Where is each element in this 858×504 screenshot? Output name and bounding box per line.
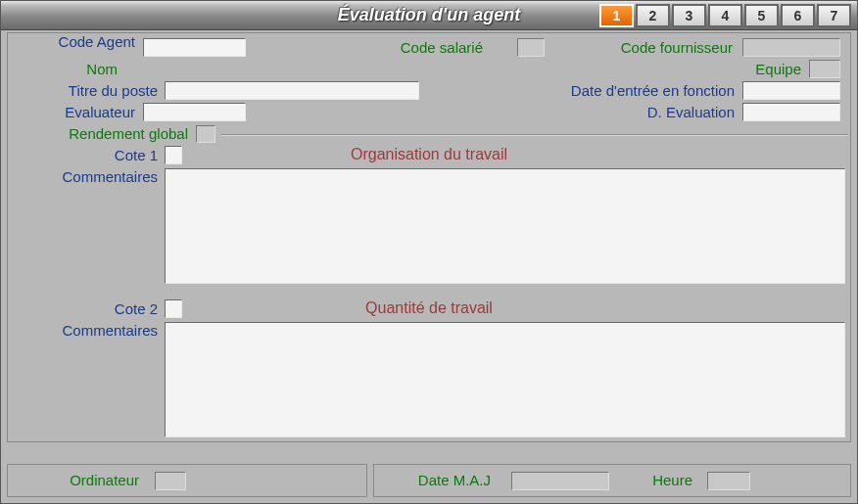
label-evaluateur: Evaluateur xyxy=(8,104,135,120)
content-area: Code Agent Code salarié Code fournisseur… xyxy=(1,30,857,503)
tab-1[interactable]: 1 xyxy=(599,4,634,27)
label-rendement-global: Rendement global xyxy=(8,125,188,142)
display-equipe xyxy=(809,60,840,78)
input-code-agent[interactable] xyxy=(143,38,246,57)
display-date-maj xyxy=(511,472,609,490)
page-tabs: 1 2 3 4 5 6 7 xyxy=(599,4,851,27)
input-date-entree[interactable] xyxy=(742,81,840,100)
footer-panel-right: Date M.A.J Heure xyxy=(373,464,851,497)
footer: Ordinateur Date M.A.J Heure xyxy=(7,464,851,497)
label-commentaires2: Commentaires xyxy=(0,322,158,339)
label-date-entree: Date d'entrée en fonction xyxy=(449,82,735,99)
main-panel: Code Agent Code salarié Code fournisseur… xyxy=(7,32,851,442)
display-code-fournisseur xyxy=(742,38,840,57)
tab-2[interactable]: 2 xyxy=(636,4,670,27)
label-commentaires1: Commentaires xyxy=(0,168,158,185)
label-titre-poste: Titre du poste xyxy=(8,82,158,99)
label-nom: Nom xyxy=(8,61,118,77)
section2-title: Quantité de travail xyxy=(262,299,596,317)
section1-title: Organisation du travail xyxy=(262,146,596,163)
label-code-salarie: Code salarié xyxy=(302,39,483,56)
label-d-evaluation: D. Evaluation xyxy=(527,104,735,120)
input-titre-poste[interactable] xyxy=(165,81,419,100)
display-ordinateur xyxy=(155,472,186,490)
input-evaluateur[interactable] xyxy=(143,103,246,121)
tab-6[interactable]: 6 xyxy=(781,4,815,27)
label-ordinateur: Ordinateur xyxy=(8,472,139,488)
footer-panel-left: Ordinateur xyxy=(7,464,367,497)
display-rendement-global xyxy=(196,125,215,143)
label-code-fournisseur: Code fournisseur xyxy=(551,39,733,56)
display-code-salarie xyxy=(517,38,545,57)
textarea-commentaires1[interactable] xyxy=(165,168,845,284)
evaluation-window: Évaluation d'un agent 1 2 3 4 5 6 7 Code… xyxy=(0,0,858,504)
tab-5[interactable]: 5 xyxy=(744,4,779,27)
display-heure xyxy=(707,472,750,490)
label-cote1: Cote 1 xyxy=(8,147,158,163)
tab-7[interactable]: 7 xyxy=(817,4,851,27)
input-cote1[interactable] xyxy=(165,146,182,164)
label-cote2: Cote 2 xyxy=(8,300,158,317)
label-equipe: Equipe xyxy=(693,61,801,77)
tab-3[interactable]: 3 xyxy=(672,4,706,27)
input-d-evaluation[interactable] xyxy=(742,103,840,121)
tab-4[interactable]: 4 xyxy=(708,4,742,27)
divider-line xyxy=(221,134,848,136)
label-date-maj: Date M.A.J xyxy=(374,472,491,488)
label-code-agent: Code Agent xyxy=(8,33,135,50)
title-bar: Évaluation d'un agent 1 2 3 4 5 6 7 xyxy=(1,1,857,30)
label-heure: Heure xyxy=(614,472,692,488)
input-cote2[interactable] xyxy=(165,299,182,318)
textarea-commentaires2[interactable] xyxy=(165,322,845,437)
